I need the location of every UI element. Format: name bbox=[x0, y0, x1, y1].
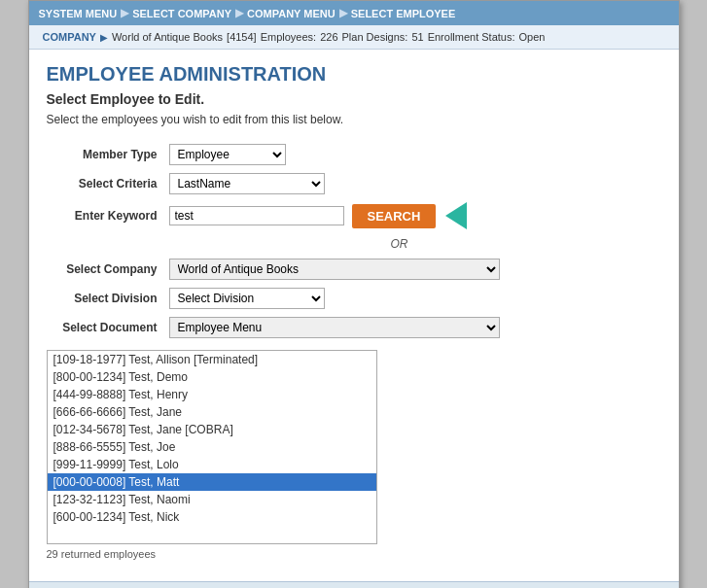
select-criteria-label: Select Criteria bbox=[47, 169, 163, 198]
instruction-text: Select the employees you wish to edit fr… bbox=[47, 113, 661, 126]
nav-sep-1: ▶ bbox=[121, 7, 128, 19]
company-bar: COMPANY ▶ World of Antique Books [4154] … bbox=[29, 25, 679, 50]
select-criteria-select[interactable]: LastName FirstName SSN DOB bbox=[169, 173, 325, 194]
nav-select-company[interactable]: SELECT COMPANY bbox=[132, 8, 231, 19]
company-name: World of Antique Books bbox=[112, 31, 223, 43]
list-item[interactable]: [888-66-5555] Test, Joe bbox=[48, 438, 376, 456]
plan-count: 51 bbox=[411, 31, 423, 43]
form-table: Member Type Employee Dependent COBRA Sel… bbox=[47, 140, 661, 342]
breadcrumb: SYSTEM MENU ▶ SELECT COMPANY ▶ COMPANY M… bbox=[29, 1, 679, 25]
select-division-label: Select Division bbox=[47, 284, 163, 313]
search-button[interactable]: SEARCH bbox=[352, 204, 437, 228]
member-type-label: Member Type bbox=[47, 140, 163, 169]
select-division-select[interactable]: Select Division bbox=[169, 288, 325, 309]
list-item[interactable]: [600-00-1234] Test, Nick bbox=[48, 508, 376, 526]
select-company-select[interactable]: World of Antique Books bbox=[169, 259, 500, 280]
search-arrow-icon bbox=[445, 202, 467, 229]
employee-listbox[interactable]: [109-18-1977] Test, Allison [Terminated]… bbox=[47, 350, 377, 544]
page-title: EMPLOYEE ADMINISTRATION bbox=[47, 63, 661, 86]
company-arrow-icon: ▶ bbox=[100, 32, 108, 43]
nav-sep-3: ▶ bbox=[339, 7, 347, 19]
keyword-input[interactable] bbox=[169, 206, 344, 225]
nav-select-employee[interactable]: SELECT EMPLOYEE bbox=[351, 8, 456, 19]
select-document-label: Select Document bbox=[47, 313, 163, 342]
bottom-bar: SELECT CANCEL bbox=[29, 581, 679, 588]
returned-count: 29 returned employees bbox=[47, 548, 661, 560]
company-id: [4154] bbox=[227, 31, 257, 43]
employees-count: 226 bbox=[320, 31, 337, 43]
list-item[interactable]: [444-99-8888] Test, Henry bbox=[48, 386, 376, 403]
list-item[interactable]: [999-11-9999] Test, Lolo bbox=[48, 456, 376, 473]
list-item[interactable]: [800-00-1234] Test, Demo bbox=[48, 368, 376, 386]
enrollment-value: Open bbox=[519, 31, 546, 43]
nav-company-menu[interactable]: COMPANY MENU bbox=[247, 8, 336, 19]
list-item[interactable]: [109-18-1977] Test, Allison [Terminated] bbox=[48, 351, 376, 368]
company-label[interactable]: COMPANY bbox=[43, 31, 96, 43]
plan-label: Plan Designs: bbox=[342, 31, 408, 43]
list-item[interactable]: [000-00-0008] Test, Matt bbox=[48, 473, 376, 491]
select-document-select[interactable]: Employee Menu Dependent Menu bbox=[169, 317, 500, 338]
section-title: Select Employee to Edit. bbox=[47, 91, 661, 107]
select-company-label: Select Company bbox=[47, 255, 163, 284]
nav-sep-2: ▶ bbox=[235, 7, 243, 19]
enter-keyword-label: Enter Keyword bbox=[47, 198, 163, 233]
or-label: OR bbox=[391, 237, 408, 251]
nav-system-menu[interactable]: SYSTEM MENU bbox=[39, 8, 118, 19]
employees-label: Employees: bbox=[261, 31, 316, 43]
enrollment-label: Enrollment Status: bbox=[428, 31, 515, 43]
list-item[interactable]: [666-66-6666] Test, Jane bbox=[48, 403, 376, 421]
list-item[interactable]: [123-32-1123] Test, Naomi bbox=[48, 491, 376, 508]
list-item[interactable]: [012-34-5678] Test, Jane [COBRA] bbox=[48, 421, 376, 438]
member-type-select[interactable]: Employee Dependent COBRA bbox=[169, 144, 286, 165]
